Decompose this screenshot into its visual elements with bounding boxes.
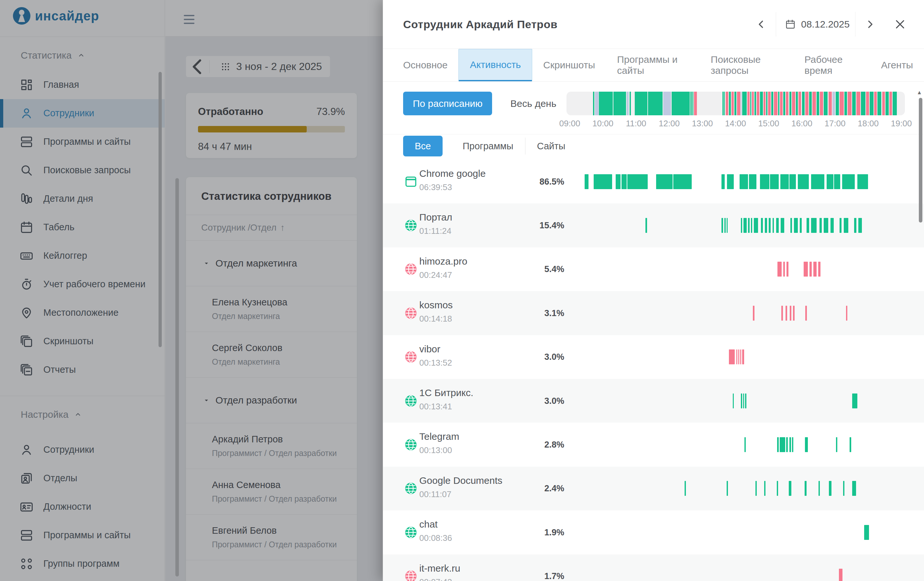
calendar-icon[interactable] <box>785 19 796 30</box>
app-usage-row[interactable]: himoza.pro00:24:475.4% <box>383 247 924 291</box>
activity-segment <box>830 218 834 233</box>
app-usage-row[interactable]: Chrome google06:39:5386.5% <box>383 160 924 204</box>
activity-segment <box>811 174 824 189</box>
activity-segment <box>827 174 833 189</box>
activity-segment <box>690 92 692 115</box>
activity-segment <box>761 218 762 233</box>
activity-segment <box>787 262 789 276</box>
globe-icon <box>404 526 417 539</box>
activity-segment <box>622 174 627 189</box>
activity-segment <box>854 218 856 233</box>
app-usage-row[interactable]: Google Documents00:11:072.4% <box>383 467 924 510</box>
hour-label: 13:00 <box>692 119 713 129</box>
activity-segment <box>777 262 782 276</box>
activity-segment <box>645 218 647 233</box>
hour-label: 10:00 <box>592 119 614 129</box>
activity-segment <box>595 92 599 115</box>
activity-segment <box>741 218 742 233</box>
activity-segment <box>627 92 629 115</box>
tab-4[interactable]: Программы и сайты <box>606 49 700 81</box>
app-usage-row[interactable]: 1С Битрикс.00:13:413.0% <box>383 379 924 423</box>
activity-segment <box>764 92 766 115</box>
activity-segment <box>752 92 754 115</box>
activity-segment <box>772 218 774 233</box>
activity-segment <box>789 92 791 115</box>
tab-3[interactable]: Скриншоты <box>532 49 606 81</box>
filter-button-3[interactable]: Сайты <box>525 136 577 156</box>
app-time: 00:24:47 <box>419 270 452 280</box>
activity-segment <box>734 92 736 115</box>
activity-segment <box>786 437 788 452</box>
app-name: Telegram <box>419 431 459 442</box>
mode-button-1[interactable]: По расписанию <box>403 92 492 115</box>
scroll-up-icon[interactable]: ▲ <box>917 89 922 96</box>
app-activity-bars <box>566 218 905 233</box>
activity-segment <box>740 349 741 364</box>
activity-segment <box>848 92 851 115</box>
app-name: it-merk.ru <box>419 563 460 574</box>
activity-segment <box>754 92 756 115</box>
tab-2[interactable]: Активность <box>459 49 532 81</box>
activity-segment <box>614 92 626 115</box>
activity-segment <box>856 92 860 115</box>
panel-tabs: ОсновноеАктивностьСкриншотыПрограммы и с… <box>392 49 924 81</box>
app-activity-bars <box>566 481 905 496</box>
app-usage-row[interactable]: vibor00:13:523.0% <box>383 335 924 379</box>
activity-segment <box>793 306 795 321</box>
filter-button-1[interactable]: Все <box>403 136 442 156</box>
activity-segment <box>721 218 723 233</box>
activity-segment <box>751 218 752 233</box>
prev-day-button[interactable] <box>756 18 767 30</box>
app-time: 01:11:24 <box>419 226 451 236</box>
activity-segment <box>781 306 783 321</box>
activity-segment <box>846 306 847 321</box>
mode-button-2[interactable]: Весь день <box>500 92 566 115</box>
activity-segment <box>774 92 777 115</box>
app-percent: 3.1% <box>519 308 564 318</box>
app-usage-row[interactable]: chat00:08:361.9% <box>383 510 924 554</box>
filter-button-2[interactable]: Программы <box>451 136 525 156</box>
app-time: 00:08:36 <box>419 533 452 543</box>
modal-overlay[interactable] <box>0 0 383 581</box>
activity-segment <box>805 481 807 496</box>
activity-segment <box>789 481 791 496</box>
app-usage-row[interactable]: it-merk.ru00:07:431.7% <box>383 555 924 581</box>
activity-segment <box>727 174 734 189</box>
tab-1[interactable]: Основное <box>392 49 459 81</box>
app-time: 00:13:41 <box>419 402 452 412</box>
activity-segment <box>792 92 795 115</box>
globe-icon <box>404 351 417 363</box>
activity-segment <box>780 92 783 115</box>
close-icon[interactable] <box>894 18 906 30</box>
app-name: 1С Битрикс. <box>419 387 474 398</box>
activity-segment <box>805 306 807 321</box>
activity-segment <box>765 218 767 233</box>
panel-date[interactable]: 08.12.2025 <box>801 19 846 30</box>
app-usage-row[interactable]: Telegram00:13:002.8% <box>383 423 924 466</box>
schedule-mode-switch: По расписаниюВесь день <box>403 92 566 115</box>
activity-segment <box>744 437 746 452</box>
panel-scrollbar[interactable] <box>919 98 922 222</box>
activity-segment <box>870 92 873 115</box>
tab-6[interactable]: Рабочее время <box>794 49 870 81</box>
activity-segment <box>741 92 741 115</box>
app-percent: 86.5% <box>519 177 564 187</box>
globe-icon <box>404 219 417 232</box>
activity-segment <box>893 92 896 115</box>
app-usage-row[interactable]: Портал01:11:2415.4% <box>383 204 924 247</box>
app-usage-row[interactable]: kosmos00:14:183.1% <box>383 291 924 335</box>
activity-segment <box>731 92 734 115</box>
activity-segment <box>844 218 848 233</box>
activity-segment <box>780 437 785 452</box>
activity-segment <box>889 92 892 115</box>
day-timeline[interactable] <box>566 92 905 115</box>
timeline-hour-labels: 09:0010:0011:0012:0013:0014:0015:0016:00… <box>566 119 909 129</box>
activity-segment <box>790 306 791 321</box>
activity-segment <box>727 218 728 233</box>
tab-5[interactable]: Поисковые запросы <box>700 49 794 81</box>
activity-segment <box>785 306 787 321</box>
hour-label: 14:00 <box>725 119 746 129</box>
panel-date-nav: 08.12.2025 <box>756 12 906 36</box>
next-day-button[interactable] <box>864 18 876 30</box>
tab-7[interactable]: Агенты <box>870 49 924 81</box>
